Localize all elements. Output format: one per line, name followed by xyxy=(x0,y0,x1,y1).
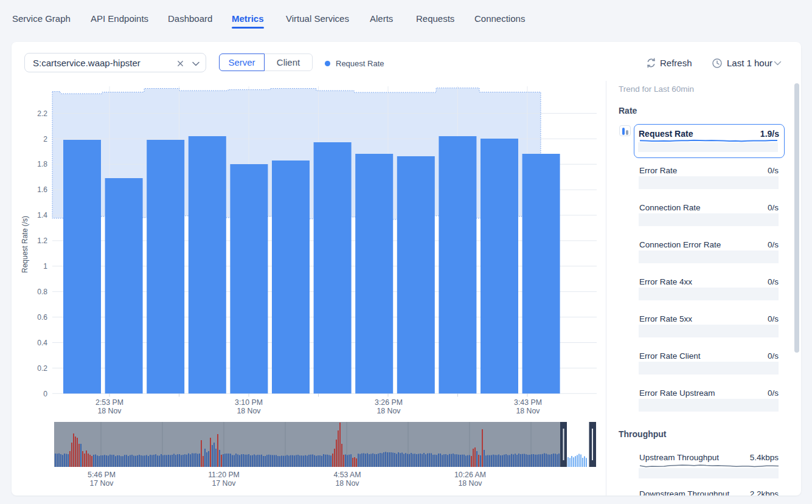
svg-text:18 Nov: 18 Nov xyxy=(516,407,541,415)
svg-text:0.6: 0.6 xyxy=(37,313,47,322)
svg-text:1.6: 1.6 xyxy=(37,185,47,194)
svg-text:18 Nov: 18 Nov xyxy=(237,407,262,415)
svg-text:17 Nov: 17 Nov xyxy=(212,479,237,488)
svg-text:3:43 PM: 3:43 PM xyxy=(514,398,542,407)
svg-text:0.4: 0.4 xyxy=(37,339,47,347)
svg-text:11:20 PM: 11:20 PM xyxy=(208,471,240,479)
svg-text:17 Nov: 17 Nov xyxy=(90,479,114,488)
svg-text:18 Nov: 18 Nov xyxy=(336,479,360,488)
svg-text:1: 1 xyxy=(43,262,47,271)
svg-text:Request Rate (/s): Request Rate (/s) xyxy=(21,216,29,273)
svg-text:2.2: 2.2 xyxy=(37,109,47,118)
svg-text:18 Nov: 18 Nov xyxy=(377,407,401,415)
svg-text:3:26 PM: 3:26 PM xyxy=(375,398,403,407)
svg-text:3:10 PM: 3:10 PM xyxy=(235,398,263,407)
svg-text:5:46 PM: 5:46 PM xyxy=(88,471,116,479)
svg-text:2: 2 xyxy=(43,135,47,143)
svg-text:18 Nov: 18 Nov xyxy=(459,479,483,488)
svg-text:10:26 AM: 10:26 AM xyxy=(454,471,486,479)
svg-text:0.8: 0.8 xyxy=(37,288,47,296)
svg-text:1.2: 1.2 xyxy=(37,236,47,245)
svg-text:4:53 AM: 4:53 AM xyxy=(333,471,361,479)
svg-text:2:53 PM: 2:53 PM xyxy=(95,398,123,407)
svg-text:18 Nov: 18 Nov xyxy=(98,407,122,415)
svg-text:1.8: 1.8 xyxy=(37,160,47,168)
svg-text:1.4: 1.4 xyxy=(37,211,47,219)
svg-text:0: 0 xyxy=(43,390,47,398)
svg-text:0.2: 0.2 xyxy=(37,364,47,373)
